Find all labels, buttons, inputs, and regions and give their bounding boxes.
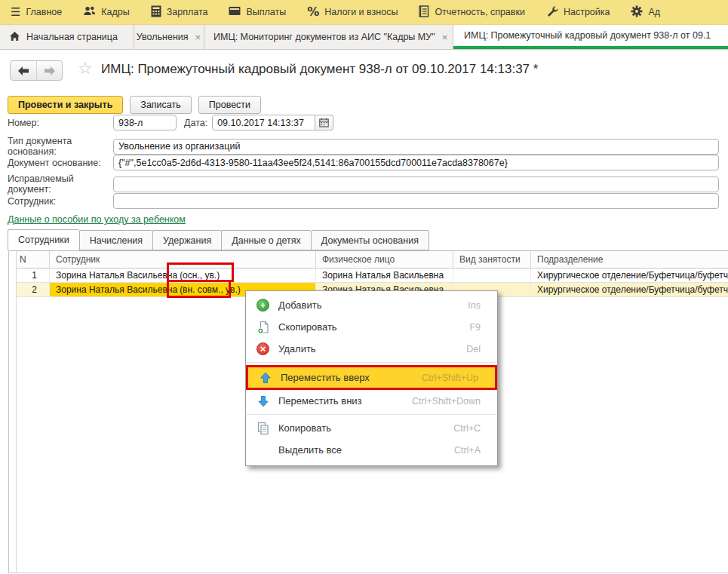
menu-item-label: Налоги и взносы (324, 7, 398, 17)
base-doc-type-row: Тип документа основания: (8, 136, 719, 157)
menu-item-taxes[interactable]: % Налоги и взносы (301, 0, 404, 25)
column-header-employee[interactable]: Сотрудник (50, 251, 316, 268)
context-menu-item-move-down[interactable]: Переместить вниз Ctrl+Shift+Down (246, 390, 497, 412)
menu-item-shortcut: Ctrl+A (454, 445, 481, 456)
child-benefit-link[interactable]: Данные о пособии по уходу за ребенком (8, 214, 186, 225)
tab-accruals[interactable]: Начисления (79, 230, 152, 250)
table-row[interactable]: 1 Зорина Наталья Васильевна(осн., ув.) З… (17, 269, 728, 283)
department-cell[interactable]: Хирургическое отделение/Буфетчица/буфетч… (531, 283, 728, 296)
number-label: Номер: (8, 118, 113, 128)
menu-separator (247, 414, 496, 415)
employee-name: Зорина Наталья Васильевна (56, 270, 177, 281)
menu-item-label: Настройка (564, 7, 610, 17)
corrected-doc-input[interactable] (113, 176, 719, 192)
menu-item-shortcut: Ctrl+Shift+Up (422, 373, 478, 383)
row-marker-gutter (16, 251, 17, 572)
context-menu-item-delete[interactable]: Удалить Del (246, 338, 497, 360)
history-nav (10, 60, 63, 81)
copy-clipboard-icon (256, 422, 270, 435)
menu-item-label: Выплаты (246, 7, 286, 17)
employee-cell[interactable]: Зорина Наталья Васильевна(осн., ув.) (50, 269, 316, 282)
move-up-icon (258, 371, 272, 385)
employee-name: Зорина Наталья Васильевна (56, 284, 177, 295)
tab-intermediate-document[interactable]: ИМЦ: Промежуточный кадровый документ 938… (453, 25, 728, 49)
window-tab-bar: Начальная страница Увольнения × ИМЦ: Мон… (0, 25, 728, 50)
gear-icon (631, 5, 643, 20)
context-menu-item-add[interactable]: Добавить Ins (246, 294, 497, 316)
column-header-n[interactable]: N (17, 251, 50, 268)
calculator-icon (151, 5, 161, 20)
people-icon (83, 5, 96, 19)
menu-item-label: Кадры (101, 7, 129, 17)
move-down-icon (256, 394, 270, 408)
row-number-cell: 2 (17, 283, 50, 296)
context-menu-item-copy[interactable]: Копировать Ctrl+C (246, 417, 497, 439)
tab-children-data[interactable]: Данные о детях (221, 230, 311, 250)
tab-label: ИМЦ: Промежуточный кадровый документ 938… (464, 30, 711, 41)
back-button[interactable] (11, 61, 36, 80)
employment-cell[interactable] (453, 269, 531, 282)
menu-item-label: Копировать (278, 422, 331, 434)
menu-item-salary[interactable]: Зарплата (145, 0, 214, 25)
tab-monitoring[interactable]: ИМЦ: Мониторинг документов из АИС "Кадры… (204, 25, 453, 49)
favorite-star-icon[interactable]: ☆ (78, 59, 93, 78)
employee-label: Сотрудник: (8, 196, 113, 207)
menu-item-personnel[interactable]: Кадры (77, 0, 135, 25)
tab-dismissals[interactable]: Увольнения × (134, 25, 204, 49)
context-menu: Добавить Ins Скопировать F9 Удалить Del … (245, 290, 498, 466)
tab-base-documents[interactable]: Документы основания (311, 230, 429, 250)
menu-item-label: Ад (648, 7, 660, 17)
menu-item-label: Зарплата (167, 7, 208, 17)
tab-deductions[interactable]: Удержания (152, 230, 221, 250)
base-doc-label: Документ основание: (8, 158, 113, 168)
tab-label: Начальная страница (26, 32, 118, 42)
add-icon (256, 299, 269, 312)
employee-row: Сотрудник: (8, 193, 719, 209)
app-window: ☰ Главное Кадры Зарплата Выплаты % Налог… (0, 0, 728, 574)
menu-item-reports[interactable]: Отчетность, справки (413, 0, 531, 25)
report-icon (419, 5, 429, 20)
base-doc-type-input[interactable] (113, 139, 719, 155)
forward-button[interactable] (36, 61, 62, 80)
number-field-row: Номер: Дата: (8, 115, 333, 130)
department-cell[interactable]: Хирургическое отделение/Буфетчица/буфетч… (531, 269, 728, 282)
menu-item-payments[interactable]: Выплаты (223, 0, 292, 25)
menu-item-administration[interactable]: Ад (625, 0, 666, 25)
person-cell[interactable]: Зорина Наталья Васильевна (316, 269, 453, 282)
post-and-close-button[interactable]: Провести и закрыть (8, 96, 123, 114)
tab-employees[interactable]: Сотрудники (8, 229, 79, 250)
command-bar: Провести и закрыть Записать Провести (8, 96, 261, 114)
tab-home-page[interactable]: Начальная страница (0, 25, 134, 49)
employee-status: (осн., ув.) (180, 270, 220, 281)
copy-new-icon (256, 321, 270, 334)
close-icon[interactable]: × (441, 32, 449, 42)
column-header-person[interactable]: Физическое лицо (316, 251, 453, 268)
menu-item-label: Главное (26, 7, 62, 17)
date-input[interactable] (212, 115, 315, 130)
date-label: Дата: (184, 118, 207, 128)
tab-label: Увольнения (137, 32, 189, 42)
hamburger-icon: ☰ (11, 7, 20, 18)
close-icon[interactable]: × (195, 32, 202, 42)
write-button[interactable]: Записать (130, 96, 191, 114)
post-button[interactable]: Провести (198, 96, 261, 114)
context-menu-item-select-all[interactable]: Выделить все Ctrl+A (246, 439, 497, 461)
base-doc-input[interactable] (113, 155, 719, 170)
context-menu-item-copy-row[interactable]: Скопировать F9 (246, 316, 497, 338)
column-header-department[interactable]: Подразделение (531, 251, 728, 268)
menu-item-settings[interactable]: Настройка (540, 0, 616, 25)
calendar-button[interactable] (315, 115, 333, 130)
menu-item-shortcut: Del (466, 344, 481, 355)
menu-item-label: Добавить (278, 299, 321, 311)
home-icon (9, 31, 20, 44)
context-menu-item-move-up[interactable]: Переместить вверх Ctrl+Shift+Up (246, 365, 497, 390)
column-header-employment[interactable]: Вид занятости (453, 251, 531, 268)
menu-item-shortcut: Ctrl+C (453, 423, 481, 434)
menu-item-main[interactable]: ☰ Главное (5, 0, 68, 25)
menu-item-shortcut: F9 (469, 322, 481, 333)
table-header-row: N Сотрудник Физическое лицо Вид занятост… (17, 251, 728, 269)
employee-status: (вн. совм., ув.) (180, 284, 241, 295)
menu-item-label: Переместить вверх (281, 372, 370, 383)
number-input[interactable] (113, 115, 177, 130)
employee-input[interactable] (113, 193, 719, 209)
